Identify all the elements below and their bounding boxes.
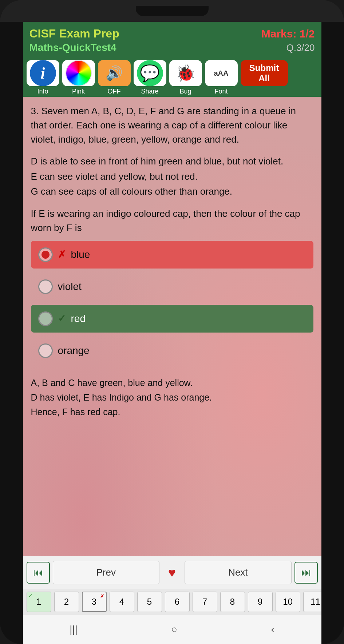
pink-button[interactable] <box>62 60 95 86</box>
header-row2: Maths-QuickTest4 Q.3/20 <box>29 42 315 53</box>
sound-button[interactable]: 🔊 <box>98 60 131 86</box>
q-num-2[interactable]: 2 <box>54 592 79 612</box>
submit-label: Submit All <box>244 63 284 83</box>
radio-filled-a <box>41 251 50 259</box>
q-num-6[interactable]: 6 <box>165 592 190 612</box>
bottom-nav: ||| ○ ‹ <box>23 615 321 644</box>
bug-button[interactable]: 🐞 <box>169 60 202 86</box>
q-num-5[interactable]: 5 <box>137 592 162 612</box>
bug-icon: 🐞 <box>175 64 195 83</box>
share-label: Share <box>141 88 158 95</box>
share-button[interactable]: 💬 <box>134 60 166 86</box>
option-c[interactable]: ✓ red <box>31 305 313 333</box>
q6-label: 6 <box>175 597 179 607</box>
q7-label: 7 <box>202 597 207 607</box>
option-a[interactable]: ✗ blue <box>31 241 313 269</box>
option-d-text: orange <box>58 345 90 357</box>
q-num-10[interactable]: 10 <box>276 592 300 612</box>
wrong-mark-a: ✗ <box>58 249 66 260</box>
last-icon: ⏭ <box>301 567 311 579</box>
last-button[interactable]: ⏭ <box>294 562 318 584</box>
prev-button[interactable]: Prev <box>53 561 159 584</box>
phone-frame: CISF Exam Prep Marks: 1/2 Maths-QuickTes… <box>0 0 344 644</box>
radio-a <box>38 247 53 262</box>
font-button[interactable]: aAA <box>205 60 238 86</box>
bottom-menu-button[interactable]: ||| <box>59 620 88 639</box>
q1-label: 1 <box>36 597 41 607</box>
header-row1: CISF Exam Prep Marks: 1/2 <box>29 27 315 40</box>
q11-label: 11 <box>311 597 320 607</box>
q-num-9[interactable]: 9 <box>248 592 273 612</box>
font-icon: aAA <box>214 69 228 77</box>
sound-label: OFF <box>108 88 121 95</box>
screen: CISF Exam Prep Marks: 1/2 Maths-QuickTes… <box>23 22 321 644</box>
first-icon: ⏮ <box>33 567 43 579</box>
info-button[interactable]: i <box>27 60 59 86</box>
toolbar-share: 💬 Share <box>134 60 166 95</box>
q-num-3[interactable]: ✗ 3 <box>82 592 107 612</box>
q3-x: ✗ <box>100 593 104 599</box>
header: CISF Exam Prep Marks: 1/2 Maths-QuickTes… <box>23 22 321 57</box>
notch <box>136 6 209 16</box>
radio-d <box>38 343 53 358</box>
content-area: 3. Seven men A, B, C, D, E, F and G are … <box>23 97 321 556</box>
question-number: 3. <box>31 106 41 116</box>
color-wheel-icon <box>66 60 92 86</box>
q8-label: 8 <box>230 597 235 607</box>
question-ask: If E is wearing an indigo coloured cap, … <box>31 207 313 235</box>
speaker-icon: 🔊 <box>106 65 123 81</box>
home-icon: ○ <box>171 624 177 635</box>
bottom-home-button[interactable]: ○ <box>160 620 188 639</box>
next-button[interactable]: Next <box>185 561 291 584</box>
radio-b <box>38 279 53 294</box>
q2-label: 2 <box>64 597 69 607</box>
q-num-11[interactable]: 11 <box>303 592 321 612</box>
bug-label: Bug <box>179 88 191 95</box>
back-icon: ‹ <box>271 624 274 635</box>
q9-label: 9 <box>258 597 262 607</box>
option-c-text: red <box>71 313 86 325</box>
info-icon: i <box>30 60 56 86</box>
q-num-4[interactable]: 4 <box>110 592 134 612</box>
toolbar: i Info Pink 🔊 OFF 💬 Share <box>23 57 321 97</box>
font-label: Font <box>214 88 228 95</box>
app-title: CISF Exam Prep <box>29 27 119 40</box>
option-d[interactable]: orange <box>31 337 313 365</box>
q4-label: 4 <box>119 597 124 607</box>
q-num-8[interactable]: 8 <box>220 592 245 612</box>
toolbar-sound: 🔊 OFF <box>98 60 131 95</box>
question-number-display: Q.3/20 <box>286 42 315 53</box>
q10-label: 10 <box>283 597 293 607</box>
test-name: Maths-QuickTest4 <box>29 42 116 53</box>
toolbar-font: aAA Font <box>205 60 238 95</box>
heart-button[interactable]: ♥ <box>162 565 182 580</box>
q5-label: 5 <box>147 597 152 607</box>
bottom-back-button[interactable]: ‹ <box>260 620 285 639</box>
next-label: Next <box>228 567 248 578</box>
conditions-text: D is able to see in front of him green a… <box>31 154 313 199</box>
question-numbers-bar: ✓ 1 2 ✗ 3 4 5 6 7 8 <box>23 589 321 615</box>
q1-check: ✓ <box>28 593 33 599</box>
toolbar-bug: 🐞 Bug <box>169 60 202 95</box>
option-b[interactable]: violet <box>31 273 313 301</box>
correct-mark-c: ✓ <box>58 313 66 324</box>
heart-icon: ♥ <box>168 565 176 580</box>
q-num-7[interactable]: 7 <box>193 592 217 612</box>
prev-label: Prev <box>96 567 115 578</box>
marks-display: Marks: 1/2 <box>261 28 315 40</box>
submit-button[interactable]: Submit All <box>241 60 288 86</box>
pink-label: Pink <box>72 88 85 95</box>
toolbar-submit: Submit All <box>241 60 288 86</box>
option-b-text: violet <box>58 281 82 293</box>
q3-label: 3 <box>92 597 96 607</box>
first-button[interactable]: ⏮ <box>27 562 50 584</box>
option-a-text: blue <box>71 249 90 261</box>
nav-bar: ⏮ Prev ♥ Next ⏭ <box>23 556 321 589</box>
status-bar <box>0 0 344 22</box>
toolbar-pink: Pink <box>62 60 95 95</box>
menu-icon: ||| <box>70 624 78 635</box>
info-label: Info <box>37 88 48 95</box>
q-num-1[interactable]: ✓ 1 <box>27 592 51 612</box>
radio-c <box>38 311 53 326</box>
question-body: Seven men A, B, C, D, E, F and G are sta… <box>31 106 296 145</box>
